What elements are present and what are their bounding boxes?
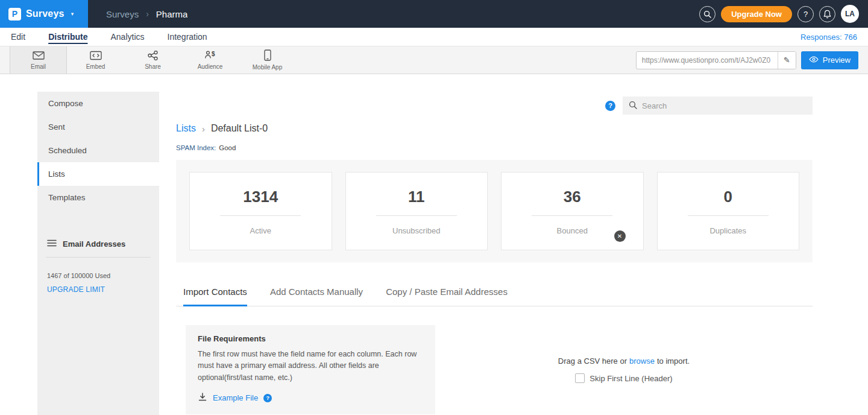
stat-label: Unsubscribed	[392, 226, 441, 235]
notifications-bell-icon[interactable]	[819, 6, 835, 22]
list-toolbar: ?	[176, 97, 813, 115]
spam-index-value: Good	[219, 144, 236, 151]
example-file-link[interactable]: Example File	[213, 393, 258, 402]
distribute-toolbar: Email Embed Share $ Audience Mobile App	[0, 46, 868, 74]
channel-email[interactable]: Email	[10, 46, 67, 74]
file-requirements-body: The first row must have the field name f…	[198, 349, 418, 384]
browse-link[interactable]: browse	[629, 356, 655, 366]
stat-card-duplicates: 0 Duplicates	[657, 172, 800, 250]
stat-divider	[532, 215, 612, 216]
stat-card-bounced: 36 Bounced ✕	[501, 172, 644, 250]
lists-link[interactable]: Lists	[176, 123, 196, 134]
stat-divider	[376, 215, 457, 216]
sidebar-item-sent[interactable]: Sent	[37, 115, 159, 139]
stat-label: Bounced	[557, 226, 588, 235]
preview-label: Preview	[823, 55, 851, 65]
email-addresses-header: Email Addresses	[46, 239, 151, 258]
edit-url-pencil-icon[interactable]: ✎	[778, 52, 796, 69]
email-addresses-label: Email Addresses	[63, 239, 125, 249]
example-file-row: Example File ?	[198, 392, 423, 404]
channel-mobile-app[interactable]: Mobile App	[239, 46, 296, 74]
drop-instruction: Drag a CSV here or browse to import.	[558, 356, 690, 366]
channel-list: Email Embed Share $ Audience Mobile App	[10, 46, 296, 74]
channel-label: Share	[145, 63, 161, 70]
help-icon[interactable]: ?	[797, 6, 814, 22]
content: Compose Sent Scheduled Lists Templates E…	[37, 92, 831, 415]
stat-divider	[220, 215, 301, 216]
chevron-down-icon: ▾	[71, 11, 74, 17]
survey-nav-tabs: Edit Distribute Analytics Integration Re…	[0, 28, 868, 46]
drop-text-post: to import.	[657, 356, 690, 366]
sidebar-item-templates[interactable]: Templates	[37, 186, 159, 209]
tab-import-contacts[interactable]: Import Contacts	[183, 287, 247, 306]
file-requirements-title: File Requirements	[198, 334, 423, 343]
topbar-actions: Upgrade Now ? LA	[699, 5, 868, 23]
tab-add-contacts-manually[interactable]: Add Contacts Manually	[270, 287, 363, 306]
upgrade-limit-link[interactable]: UPGRADE LIMIT	[37, 279, 159, 294]
list-detail-panel: ? Lists › Default List-0 SPAM Index: Goo…	[159, 92, 831, 415]
channel-label: Mobile App	[253, 64, 282, 71]
avatar[interactable]: LA	[841, 5, 859, 23]
stat-value: 36	[564, 188, 581, 206]
email-icon	[33, 51, 45, 62]
file-requirements-box: File Requirements The first row must hav…	[186, 325, 435, 414]
survey-url-box: ✎	[636, 51, 796, 69]
skip-first-line-checkbox[interactable]	[575, 373, 585, 383]
spam-index-label: SPAM Index:	[176, 144, 216, 151]
breadcrumb-separator: ›	[146, 9, 149, 19]
stat-value: 11	[408, 188, 425, 206]
preview-button[interactable]: Preview	[801, 51, 858, 69]
import-contacts-panel: File Requirements The first row must hav…	[176, 325, 813, 414]
questionpro-logo: P	[8, 8, 21, 21]
tab-edit[interactable]: Edit	[11, 32, 25, 42]
stat-value: 1314	[243, 188, 278, 206]
stat-card-active: 1314 Active	[189, 172, 332, 250]
search-icon	[629, 101, 637, 111]
sidebar-item-scheduled[interactable]: Scheduled	[37, 139, 159, 162]
usage-text: 1467 of 100000 Used	[37, 258, 159, 279]
email-sidebar: Compose Sent Scheduled Lists Templates E…	[37, 92, 159, 415]
contacts-search	[623, 97, 813, 115]
upgrade-now-button[interactable]: Upgrade Now	[721, 6, 792, 22]
topbar-breadcrumb: Surveys › Pharma	[106, 9, 187, 19]
tab-distribute[interactable]: Distribute	[48, 32, 87, 42]
mobile-app-icon	[264, 49, 271, 63]
spam-index: SPAM Index: Good	[176, 144, 813, 151]
breadcrumb-current-survey: Pharma	[156, 9, 188, 19]
list-stats: 1314 Active 11 Unsubscribed 36 Bounced ✕…	[176, 160, 813, 262]
skip-first-line-label: Skip First Line (Header)	[590, 374, 672, 383]
channel-label: Email	[31, 63, 46, 70]
product-name: Surveys	[26, 8, 64, 19]
tab-copy-paste-email-addresses[interactable]: Copy / Paste Email Addresses	[386, 287, 508, 306]
channel-label: Audience	[198, 63, 223, 70]
search-icon[interactable]	[699, 6, 715, 22]
channel-embed[interactable]: Embed	[67, 46, 124, 74]
list-lines-icon	[47, 239, 57, 249]
help-circle-icon[interactable]: ?	[605, 101, 615, 111]
contacts-search-input[interactable]	[642, 101, 807, 110]
email-addresses-section: Email Addresses 1467 of 100000 Used UPGR…	[37, 239, 159, 294]
topbar: P Surveys ▾ Surveys › Pharma Upgrade Now…	[0, 0, 868, 28]
channel-audience[interactable]: $ Audience	[181, 46, 239, 74]
tab-analytics[interactable]: Analytics	[110, 32, 144, 42]
stat-card-unsubscribed: 11 Unsubscribed	[345, 172, 488, 250]
eye-icon	[809, 55, 819, 65]
channel-share[interactable]: Share	[124, 46, 181, 74]
example-file-help-icon[interactable]: ?	[263, 394, 272, 402]
lists-breadcrumb: Lists › Default List-0	[176, 123, 813, 134]
product-switcher[interactable]: P Surveys ▾	[0, 0, 88, 28]
stat-label: Duplicates	[709, 226, 746, 235]
stat-label: Active	[250, 226, 271, 235]
tab-integration[interactable]: Integration	[168, 32, 207, 42]
sidebar-item-lists[interactable]: Lists	[37, 162, 159, 186]
breadcrumb-surveys-link[interactable]: Surveys	[106, 9, 139, 19]
clear-bounced-icon[interactable]: ✕	[614, 230, 626, 242]
svg-text:$: $	[212, 51, 215, 57]
skip-first-line-row: Skip First Line (Header)	[575, 373, 672, 383]
embed-icon	[90, 51, 102, 62]
breadcrumb-separator: ›	[202, 124, 205, 134]
survey-url-input[interactable]	[637, 52, 778, 69]
sidebar-item-compose[interactable]: Compose	[37, 92, 159, 115]
csv-drop-zone[interactable]: Drag a CSV here or browse to import. Ski…	[435, 325, 813, 414]
share-icon	[147, 51, 159, 62]
